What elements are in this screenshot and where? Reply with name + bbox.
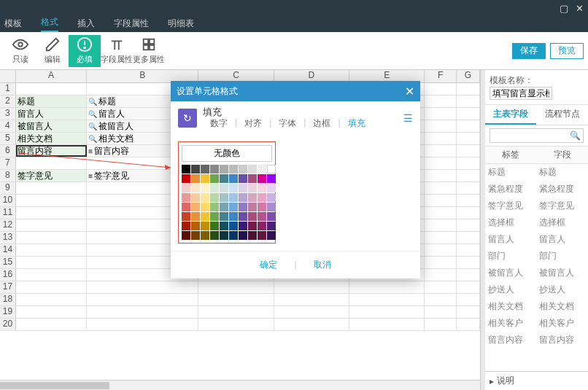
field-label[interactable]: 被留言人	[485, 265, 537, 281]
cell-F6[interactable]	[425, 145, 457, 157]
color-swatch[interactable]	[248, 231, 257, 240]
color-swatch[interactable]	[201, 231, 209, 240]
cell-A19[interactable]	[16, 306, 87, 318]
color-swatch[interactable]	[258, 231, 266, 240]
color-swatch[interactable]	[229, 174, 238, 183]
row-header[interactable]: 14	[0, 244, 16, 256]
cell-F16[interactable]	[425, 269, 457, 281]
color-swatch[interactable]	[258, 165, 266, 173]
row-header[interactable]: 7	[0, 157, 16, 169]
color-swatch[interactable]	[191, 231, 200, 240]
color-swatch[interactable]	[229, 165, 238, 173]
col-header-A[interactable]: A	[16, 70, 87, 82]
tool-eye[interactable]: 只读	[4, 35, 36, 67]
row-header[interactable]: 20	[0, 319, 16, 330]
col-header-G[interactable]: G	[457, 70, 480, 82]
color-swatch[interactable]	[191, 193, 200, 202]
row-header[interactable]: 12	[0, 219, 16, 231]
cell-F20[interactable]	[425, 319, 457, 330]
dialog-tab-对齐[interactable]: 对齐	[244, 117, 262, 130]
field-name[interactable]: 留言内容	[536, 332, 588, 348]
field-name[interactable]: 被留言人	[536, 265, 588, 281]
color-swatch[interactable]	[229, 184, 238, 192]
cell-B20[interactable]	[87, 319, 198, 330]
color-swatch[interactable]	[191, 212, 200, 221]
field-name[interactable]: 标题	[536, 164, 588, 181]
cell-F8[interactable]	[425, 170, 457, 182]
row-header[interactable]: 16	[0, 269, 16, 281]
row-header[interactable]: 10	[0, 195, 16, 206]
color-swatch[interactable]	[248, 222, 257, 230]
color-swatch[interactable]	[220, 174, 228, 183]
row-header[interactable]: 1	[0, 83, 16, 95]
col-header-F[interactable]: F	[425, 70, 457, 82]
color-swatch[interactable]	[239, 203, 247, 211]
color-swatch[interactable]	[220, 203, 228, 211]
field-name[interactable]: 抄送人	[536, 281, 588, 298]
cell-C19[interactable]	[198, 306, 274, 318]
field-name[interactable]: 留言人	[536, 231, 588, 248]
cell-D17[interactable]	[274, 281, 349, 293]
cell-A1[interactable]	[16, 83, 87, 95]
cell-G17[interactable]	[457, 281, 480, 293]
dialog-tab-填充[interactable]: 填充	[348, 117, 365, 130]
row-header[interactable]: 3	[0, 108, 16, 120]
list-icon[interactable]: ☰	[403, 112, 413, 124]
color-swatch[interactable]	[182, 174, 190, 183]
color-swatch[interactable]	[201, 222, 209, 230]
cancel-button[interactable]: 取消	[314, 260, 331, 270]
expand-icon[interactable]: ▸	[490, 376, 494, 386]
cell-F13[interactable]	[425, 232, 457, 243]
cell-F15[interactable]	[425, 257, 457, 268]
dialog-tab-数字[interactable]: 数字	[210, 117, 228, 130]
cell-G14[interactable]	[457, 244, 480, 256]
cell-F17[interactable]	[425, 281, 457, 293]
color-swatch[interactable]	[248, 165, 257, 173]
color-swatch[interactable]	[210, 203, 219, 211]
color-swatch[interactable]	[182, 184, 190, 192]
cell-E17[interactable]	[349, 281, 425, 293]
color-swatch[interactable]	[248, 174, 257, 183]
color-swatch[interactable]	[210, 174, 219, 183]
color-swatch[interactable]	[248, 212, 257, 221]
cell-F1[interactable]	[425, 83, 457, 95]
cell-A20[interactable]	[16, 319, 87, 330]
row-header[interactable]: 2	[0, 95, 16, 107]
dialog-tab-字体[interactable]: 字体	[279, 117, 296, 130]
cell-C18[interactable]	[198, 294, 274, 305]
cell-G3[interactable]	[457, 108, 480, 120]
field-label[interactable]: 紧急程度	[485, 181, 537, 198]
select-all-corner[interactable]	[0, 70, 16, 82]
cell-B17[interactable]	[87, 281, 198, 293]
cell-G2[interactable]	[457, 95, 480, 107]
row-header[interactable]: 18	[0, 294, 16, 305]
cell-A12[interactable]	[16, 219, 87, 231]
field-name[interactable]: 部门	[536, 248, 588, 265]
color-swatch[interactable]	[182, 203, 190, 211]
color-swatch[interactable]	[258, 193, 266, 202]
row-header[interactable]: 17	[0, 281, 16, 293]
close-button[interactable]: ✕	[576, 3, 584, 14]
color-swatch[interactable]	[258, 203, 266, 211]
cell-A13[interactable]	[16, 232, 87, 243]
cell-A7[interactable]	[16, 157, 87, 169]
cell-A17[interactable]	[16, 281, 87, 293]
preview-button[interactable]: 预览	[550, 43, 584, 59]
color-swatch[interactable]	[191, 203, 200, 211]
cell-A6[interactable]: 留言内容	[16, 145, 87, 157]
ok-button[interactable]: 确定	[260, 260, 277, 270]
search-icon[interactable]: 🔍	[570, 130, 581, 141]
cell-F14[interactable]	[425, 244, 457, 256]
tab-flow-nodes[interactable]: 流程节点	[536, 105, 588, 125]
color-swatch[interactable]	[220, 165, 228, 173]
cell-A8[interactable]: 签字意见	[16, 170, 87, 182]
color-swatch[interactable]	[201, 203, 209, 211]
cell-E20[interactable]	[349, 319, 425, 330]
cell-A3[interactable]: 留言人	[16, 108, 87, 120]
cell-B19[interactable]	[87, 306, 198, 318]
cell-G15[interactable]	[457, 257, 480, 268]
color-swatch[interactable]	[267, 174, 276, 183]
color-swatch[interactable]	[248, 184, 257, 192]
dialog-close-icon[interactable]: ✕	[405, 85, 414, 98]
field-name[interactable]: 签字意见	[536, 198, 588, 214]
